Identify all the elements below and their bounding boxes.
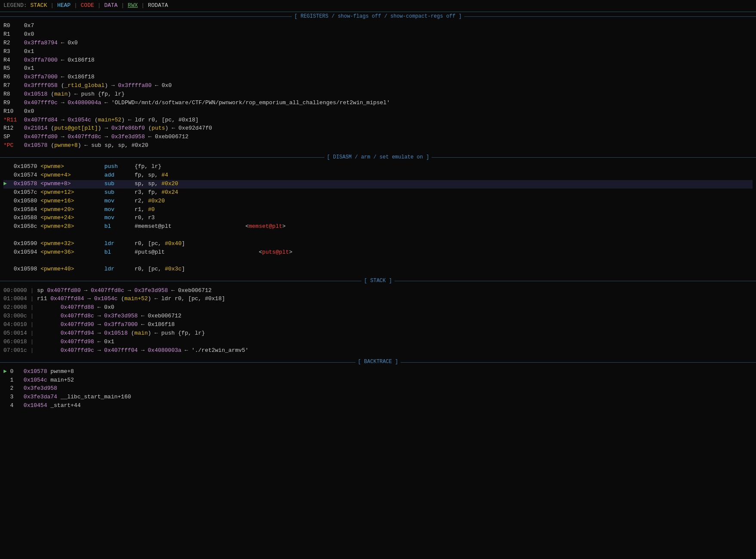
backtrace-separator: [ BACKTRACE ] xyxy=(0,357,756,366)
backtrace-panel: ► 0 0x10578 pwnme+8 1 0x1054c main+52 2 … xyxy=(0,367,756,413)
stack-row-7: 07:001c | 0x407ffd9c → 0x407fff04 → 0x40… xyxy=(3,347,753,355)
legend-sep1: | xyxy=(50,2,54,9)
legend-label: LEGEND: xyxy=(3,2,27,9)
stack-panel: 00:0000 | sp 0x407ffd80 → 0x407ffd8c → 0… xyxy=(0,286,756,358)
disasm-blank-2 xyxy=(3,257,753,266)
legend-sep5: | xyxy=(141,2,145,9)
legend-code: CODE xyxy=(81,2,94,9)
registers-panel: R0 0x7 R1 0x0 R2 0x3ffa8794 ← 0x0 R3 0x1… xyxy=(0,21,756,153)
reg-r10: R10 0x0 xyxy=(3,108,753,116)
reg-r11: *R11 0x407ffd84 → 0x1054c (main+52) ← ld… xyxy=(3,116,753,125)
legend-rwx: RWX xyxy=(128,2,138,9)
reg-r4: R4 0x3ffa7000 ← 0x186f18 xyxy=(3,56,753,65)
legend-sep2: | xyxy=(74,2,77,9)
reg-r6: R6 0x3ffa7000 ← 0x186f18 xyxy=(3,73,753,82)
reg-pc: *PC 0x10578 (pwnme+8) ← sub sp, sp, #0x2… xyxy=(3,142,753,150)
registers-separator: [ REGISTERS / show-flags off / show-comp… xyxy=(0,12,756,21)
registers-header-text: [ REGISTERS / show-flags off / show-comp… xyxy=(292,13,464,20)
stack-row-0: 00:0000 | sp 0x407ffd80 → 0x407ffd8c → 0… xyxy=(3,287,753,295)
reg-r1: R1 0x0 xyxy=(3,31,753,39)
reg-r7: R7 0x3ffff058 (_rtld_global) → 0x3ffffa8… xyxy=(3,82,753,90)
bt-row-3: 3 0x3fe3da74 __libc_start_main+160 xyxy=(3,393,753,402)
legend-sep3: | xyxy=(98,2,101,9)
disasm-row-2: ► 0x10578 <pwnme+8> sub sp, sp, #0x20 xyxy=(3,180,753,189)
disasm-blank-1 xyxy=(3,231,753,240)
disasm-separator: [ DISASM / arm / set emulate on ] xyxy=(0,153,756,162)
stack-row-3: 03:000c | 0x407ffd8c → 0x3fe3d958 ← 0xeb… xyxy=(3,312,753,321)
reg-r2: R2 0x3ffa8794 ← 0x0 xyxy=(3,39,753,48)
bt-row-1: 1 0x1054c main+52 xyxy=(3,376,753,385)
legend-rodata: RODATA xyxy=(148,2,168,9)
legend-stack: STACK xyxy=(30,2,47,9)
stack-row-4: 04:0010 | 0x407ffd90 → 0x3ffa7000 ← 0x18… xyxy=(3,321,753,329)
reg-sp: SP 0x407ffd80 → 0x407ffd8c → 0x3fe3d958 … xyxy=(3,133,753,142)
legend-heap: HEAP xyxy=(57,2,71,9)
stack-row-1: 01:0004 | r11 0x407ffd84 → 0x1054c (main… xyxy=(3,295,753,304)
stack-row-2: 02:0008 | 0x407ffd88 ← 0x0 xyxy=(3,304,753,312)
reg-r3: R3 0x1 xyxy=(3,48,753,56)
disasm-row-3: 0x1057c <pwnme+12> sub r3, fp, #0x24 xyxy=(3,189,753,197)
disasm-panel: 0x10570 <pwnme> push {fp, lr} 0x10574 <p… xyxy=(0,162,756,276)
reg-r9: R9 0x407fff0c → 0x4080004a ← 'OLDPWD=/mn… xyxy=(3,99,753,108)
disasm-row-0: 0x10570 <pwnme> push {fp, lr} xyxy=(3,163,753,171)
backtrace-header-text: [ BACKTRACE ] xyxy=(355,358,401,366)
disasm-row-9: 0x10590 <pwnme+32> ldr r0, [pc, #0x40] xyxy=(3,240,753,248)
bt-row-0: ► 0 0x10578 pwnme+8 xyxy=(3,368,753,376)
reg-r0: R0 0x7 xyxy=(3,22,753,31)
disasm-row-12: 0x10598 <pwnme+40> ldr r0, [pc, #0x3c] xyxy=(3,265,753,274)
stack-separator: [ STACK ] xyxy=(0,276,756,286)
bt-row-2: 2 0x3fe3d958 xyxy=(3,385,753,393)
legend-sep4: | xyxy=(121,2,124,9)
reg-r12: R12 0x21014 (puts@got[plt]) → 0x3fe86bf0… xyxy=(3,124,753,133)
disasm-header-text: [ DISASM / arm / set emulate on ] xyxy=(324,154,432,161)
disasm-row-10: 0x10594 <pwnme+36> bl #puts@plt <puts@pl… xyxy=(3,248,753,257)
disasm-row-1: 0x10574 <pwnme+4> add fp, sp, #4 xyxy=(3,171,753,180)
legend-bar: LEGEND: STACK | HEAP | CODE | DATA | RWX… xyxy=(0,0,756,12)
disasm-row-5: 0x10584 <pwnme+20> mov r1, #0 xyxy=(3,206,753,214)
disasm-row-4: 0x10580 <pwnme+16> mov r2, #0x20 xyxy=(3,197,753,206)
bt-row-4: 4 0x10454 _start+44 xyxy=(3,402,753,410)
stack-row-5: 05:0014 | 0x407ffd94 → 0x10518 (main) ← … xyxy=(3,329,753,338)
reg-r5: R5 0x1 xyxy=(3,65,753,73)
stack-row-6: 06:0018 | 0x407ffd98 ← 0x1 xyxy=(3,338,753,347)
reg-r8: R8 0x10518 (main) ← push {fp, lr} xyxy=(3,90,753,99)
disasm-row-7: 0x1058c <pwnme+28> bl #memset@plt <memse… xyxy=(3,223,753,231)
stack-header-text: [ STACK ] xyxy=(361,277,395,285)
disasm-row-6: 0x10588 <pwnme+24> mov r0, r3 xyxy=(3,214,753,223)
legend-data: DATA xyxy=(104,2,117,9)
